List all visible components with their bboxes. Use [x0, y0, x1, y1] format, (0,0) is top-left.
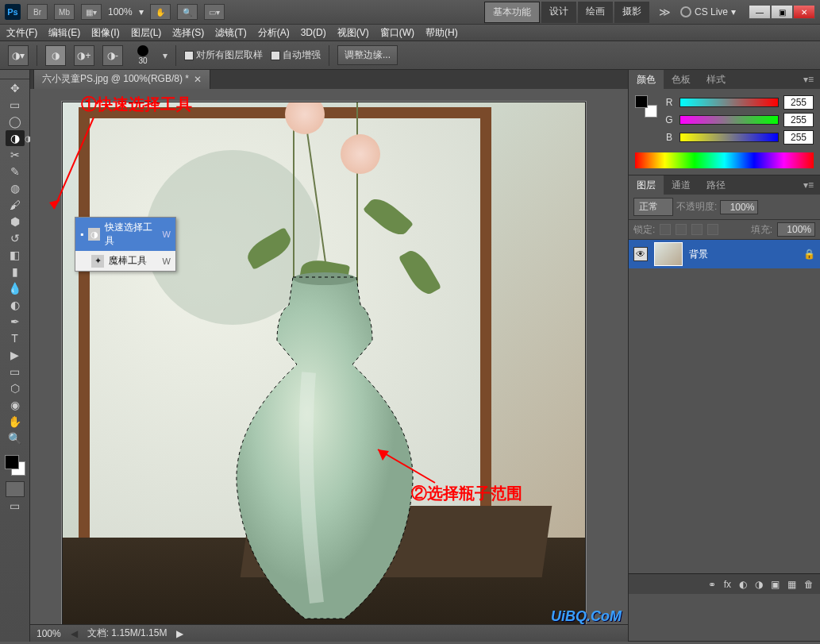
color-swatch[interactable] [3, 453, 27, 477]
lock-all-icon[interactable] [707, 224, 718, 235]
menu-layer[interactable]: 图层(L) [131, 26, 162, 40]
opacity-input[interactable]: 100% [720, 200, 758, 214]
menu-view[interactable]: 视图(V) [337, 26, 369, 40]
eyedropper-tool[interactable]: ✎ [6, 164, 25, 179]
paths-tab[interactable]: 路径 [699, 175, 733, 195]
trash-icon[interactable]: 🗑 [804, 579, 814, 590]
bridge-button[interactable]: Br [27, 4, 48, 20]
flyout-magic-wand[interactable]: ✦魔棒工具W [75, 251, 175, 271]
b-value[interactable] [783, 130, 814, 145]
new-layer-icon[interactable]: ▦ [787, 579, 796, 590]
status-doc-size[interactable]: 文档: 1.15M/1.15M [87, 627, 167, 640]
gradient-tool[interactable]: ▮ [6, 264, 25, 280]
blend-mode-select[interactable]: 正常 [633, 198, 673, 216]
view-docs-button[interactable]: ▦▾ [81, 4, 102, 20]
sample-all-checkbox[interactable]: 对所有图层取样 [184, 48, 263, 62]
menu-filter[interactable]: 滤镜(T) [215, 26, 246, 40]
type-tool[interactable]: T [6, 330, 25, 346]
fx-icon[interactable]: fx [724, 579, 731, 590]
document-tab[interactable]: 六小灵童PS.jpg @ 100%(RGB/8) *✕ [33, 70, 210, 89]
r-slider[interactable] [679, 98, 779, 107]
workspace-tab-paint[interactable]: 绘画 [578, 2, 613, 23]
panel-menu-icon[interactable]: ▾≡ [797, 74, 820, 85]
maximize-button[interactable]: ▣ [771, 5, 793, 19]
zoom-tool[interactable]: 🔍 [6, 430, 25, 446]
path-select-tool[interactable]: ▶ [6, 347, 25, 363]
status-zoom[interactable]: 100% [37, 628, 61, 639]
hand-tool[interactable]: ✋ [6, 414, 25, 430]
workspace-more-icon[interactable]: ≫ [656, 6, 674, 18]
workspace-tab-basic[interactable]: 基本功能 [484, 2, 540, 23]
spectrum-picker[interactable] [635, 152, 814, 168]
menu-help[interactable]: 帮助(H) [425, 26, 458, 40]
layers-tab[interactable]: 图层 [629, 175, 664, 195]
cslive-button[interactable]: CS Live▾ [680, 6, 736, 17]
quick-select-tool[interactable]: ◑◑▸ [6, 130, 25, 146]
fill-input[interactable]: 100% [777, 222, 815, 237]
minimize-button[interactable]: — [749, 5, 771, 19]
screen-mode-button[interactable]: ▭ [6, 498, 25, 514]
swatches-tab[interactable]: 色板 [664, 70, 699, 90]
move-tool[interactable]: ✥ [6, 80, 25, 96]
mask-icon[interactable]: ◐ [739, 579, 747, 590]
brush-tool[interactable]: 🖌 [6, 197, 25, 213]
minibridge-button[interactable]: Mb [54, 4, 75, 20]
close-button[interactable]: ✕ [793, 5, 815, 19]
heal-tool[interactable]: ◍ [6, 180, 25, 196]
r-value[interactable] [783, 95, 814, 110]
subtract-selection-button[interactable]: ◑- [102, 45, 123, 66]
menu-select[interactable]: 选择(S) [172, 26, 204, 40]
flyout-quick-select[interactable]: ▪◑快速选择工具W [75, 218, 175, 251]
menu-3d[interactable]: 3D(D) [301, 27, 326, 38]
add-selection-button[interactable]: ◑+ [74, 45, 94, 66]
pen-tool[interactable]: ✒ [6, 314, 25, 330]
auto-enhance-checkbox[interactable]: 自动增强 [271, 48, 321, 62]
hand-button[interactable]: ✋ [150, 4, 171, 20]
new-selection-button[interactable]: ◑ [45, 45, 66, 66]
canvas[interactable] [62, 102, 586, 626]
visibility-icon[interactable]: 👁 [633, 247, 648, 261]
workspace-tab-photo[interactable]: 摄影 [614, 2, 649, 23]
screen-button[interactable]: ▭▾ [204, 4, 225, 20]
3d-tool[interactable]: ⬡ [6, 380, 25, 396]
dodge-tool[interactable]: ◐ [6, 297, 25, 313]
channels-tab[interactable]: 通道 [664, 175, 699, 195]
layer-row[interactable]: 👁 背景 🔒 [629, 240, 820, 268]
zoom-level[interactable]: 100% [108, 6, 133, 17]
lock-position-icon[interactable] [691, 224, 703, 235]
3d-camera-tool[interactable]: ◉ [6, 397, 25, 413]
layer-name[interactable]: 背景 [689, 248, 708, 261]
link-layers-icon[interactable]: ⚭ [708, 579, 716, 590]
color-tab[interactable]: 颜色 [629, 70, 664, 90]
adjustment-icon[interactable]: ◑ [755, 579, 763, 590]
eraser-tool[interactable]: ◧ [6, 247, 25, 263]
crop-tool[interactable]: ✂ [6, 147, 25, 163]
menu-analysis[interactable]: 分析(A) [258, 26, 290, 40]
styles-tab[interactable]: 样式 [699, 70, 733, 90]
menu-file[interactable]: 文件(F) [6, 26, 37, 40]
b-slider[interactable] [679, 133, 779, 142]
tab-close-icon[interactable]: ✕ [194, 74, 202, 85]
stamp-tool[interactable]: ⬢ [6, 214, 25, 229]
lock-image-icon[interactable] [676, 224, 687, 235]
layers-panel-menu-icon[interactable]: ▾≡ [797, 179, 820, 191]
menu-image[interactable]: 图像(I) [91, 26, 119, 40]
tool-preset-picker[interactable]: ◑▾ [8, 45, 29, 66]
workspace-tab-design[interactable]: 设计 [541, 2, 576, 23]
history-brush-tool[interactable]: ↺ [6, 230, 25, 246]
layer-thumbnail[interactable] [654, 242, 683, 266]
refine-edge-button[interactable]: 调整边缘... [337, 45, 398, 65]
brush-preset[interactable]: 30 [131, 44, 155, 67]
blur-tool[interactable]: 💧 [6, 280, 25, 296]
shape-tool[interactable]: ▭ [6, 364, 25, 380]
zoom-button[interactable]: 🔍 [177, 4, 198, 20]
panel-color-swatch[interactable] [635, 95, 657, 118]
g-value[interactable] [783, 113, 814, 127]
quickmask-button[interactable] [6, 481, 25, 497]
marquee-tool[interactable]: ▭ [6, 97, 25, 113]
menu-edit[interactable]: 编辑(E) [48, 26, 80, 40]
g-slider[interactable] [679, 115, 779, 125]
menu-window[interactable]: 窗口(W) [380, 26, 414, 40]
group-icon[interactable]: ▣ [771, 579, 780, 590]
lock-transparent-icon[interactable] [660, 224, 671, 235]
